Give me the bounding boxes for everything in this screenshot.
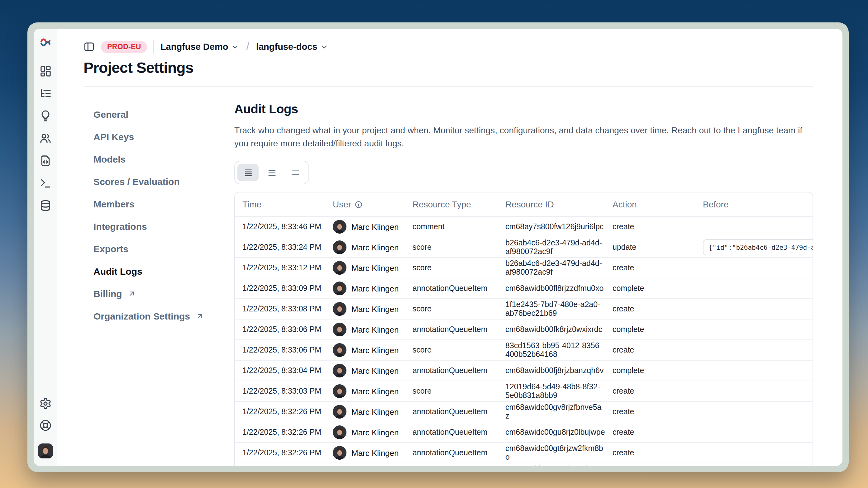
settings-nav-item-api-keys[interactable]: API Keys [93, 125, 219, 148]
icon-rail [34, 29, 57, 466]
settings-nav-item-billing[interactable]: Billing [93, 282, 219, 304]
cell-resource-id: cm68awidb00fk8rjz0wxixrdc [498, 324, 605, 335]
cell-user: Marc Klingen [325, 405, 405, 419]
rail-bottom-slot [39, 397, 52, 432]
cell-user: Marc Klingen [325, 261, 405, 275]
table-row: 1/22/2025, 8:33:24 PMMarc Klingenscoreb2… [235, 237, 812, 257]
tracing-icon[interactable] [39, 87, 52, 100]
sidebar-toggle-icon[interactable] [84, 41, 95, 52]
terminal-icon[interactable] [39, 177, 52, 189]
table-row: 1/22/2025, 8:33:03 PMMarc Klingenscore12… [235, 381, 812, 401]
cell-resource-id: b26ab4c6-d2e3-479d-ad4d-af980072ac9f [498, 258, 605, 278]
user-avatar [333, 220, 346, 234]
cell-resource-type: annotationQueueItem [405, 366, 498, 375]
prompts-icon[interactable] [39, 109, 52, 122]
nav-item-label: Exports [93, 243, 128, 254]
content-area: PROD-EU Langfuse Demo / langfuse-docs Pr… [57, 29, 842, 466]
cell-resource-type: annotationQueueItem [405, 325, 498, 334]
cell-action: create [605, 387, 695, 395]
settings-nav: GeneralAPI KeysModelsScores / Evaluation… [84, 87, 234, 466]
playground-icon[interactable] [39, 155, 52, 167]
cell-resource-type: score [405, 243, 498, 252]
cell-time: 1/22/2025, 8:33:04 PM [235, 366, 325, 375]
user-avatar [333, 240, 346, 254]
cell-time: 1/22/2025, 8:32:26 PM [235, 449, 325, 457]
settings-nav-item-integrations[interactable]: Integrations [93, 215, 219, 237]
dashboard-icon[interactable] [39, 65, 52, 77]
user-avatar [333, 323, 346, 336]
cell-resource-type: comment [405, 222, 498, 231]
breadcrumb: PROD-EU Langfuse Demo / langfuse-docs [84, 39, 813, 55]
user-avatar [333, 446, 346, 460]
datasets-icon[interactable] [39, 199, 52, 212]
table-row: 1/22/2025, 8:33:46 PMMarc Klingencomment… [235, 216, 812, 237]
user-name: Marc Klingen [351, 407, 399, 416]
cell-time: 1/22/2025, 8:32:26 PM [235, 408, 325, 416]
user-avatar[interactable] [38, 444, 53, 458]
column-header-before: Before [695, 199, 812, 209]
project-switcher[interactable]: langfuse-docs [256, 42, 329, 52]
info-icon[interactable] [354, 200, 362, 208]
table-row: 1/22/2025, 8:32:26 PMMarc Klingenannotat… [235, 463, 812, 466]
cell-action: create [605, 428, 695, 436]
cell-user: Marc Klingen [325, 384, 405, 398]
org-switcher[interactable]: Langfuse Demo [160, 42, 240, 52]
app-window: PROD-EU Langfuse Demo / langfuse-docs Pr… [27, 23, 849, 472]
langfuse-logo[interactable] [39, 36, 52, 48]
settings-gear-icon[interactable] [39, 397, 52, 410]
nav-item-label: Scores / Evaluation [93, 176, 180, 187]
cell-resource-type: score [405, 387, 498, 395]
user-avatar [333, 261, 346, 275]
user-name: Marc Klingen [351, 263, 399, 272]
rail-bottom-icons [38, 397, 53, 458]
nav-item-label: Integrations [93, 221, 147, 231]
cell-resource-id: b26ab4c6-d2e3-479d-ad4d-af980072ac9f [498, 237, 605, 257]
table-row: 1/22/2025, 8:33:04 PMMarc Klingenannotat… [235, 360, 812, 381]
cell-action: update [605, 243, 695, 252]
user-name: Marc Klingen [351, 448, 399, 457]
settings-nav-item-exports[interactable]: Exports [93, 237, 219, 260]
nav-item-label: API Keys [93, 131, 134, 142]
settings-nav-item-general[interactable]: General [93, 103, 219, 125]
cell-resource-id: cm68awidb00fl8rjzzdfmu0xo [498, 283, 605, 294]
cell-resource-id: cm68awidb00fj8rjzbanzqh6v [498, 365, 605, 376]
cell-user: Marc Klingen [325, 302, 405, 316]
user-avatar [333, 364, 346, 378]
cell-time: 1/22/2025, 8:33:06 PM [235, 325, 325, 334]
table-row: 1/22/2025, 8:32:26 PMMarc Klingenannotat… [235, 401, 812, 422]
audit-logs-section: Audit Logs Track who changed what in you… [234, 87, 813, 466]
user-name: Marc Klingen [351, 428, 399, 437]
cell-user: Marc Klingen [325, 323, 405, 336]
cell-resource-type: score [405, 304, 498, 313]
settings-nav-item-models[interactable]: Models [93, 148, 219, 170]
langfuse-app: PROD-EU Langfuse Demo / langfuse-docs Pr… [34, 29, 842, 466]
user-name: Marc Klingen [351, 304, 399, 314]
cell-resource-type: annotationQueueItem [405, 428, 498, 436]
density-option-rows-2[interactable] [285, 164, 306, 181]
cell-user: Marc Klingen [325, 364, 405, 378]
density-option-rows-3[interactable] [261, 164, 282, 181]
users-icon[interactable] [39, 132, 52, 144]
column-header-label: User [333, 199, 351, 209]
column-header-time: Time [235, 199, 325, 209]
density-option-rows-4[interactable] [238, 164, 258, 181]
cell-resource-type: annotationQueueItem [405, 449, 498, 457]
user-avatar [333, 302, 346, 316]
user-name: Marc Klingen [351, 222, 399, 231]
nav-item-label: Organization Settings [93, 311, 190, 321]
cell-action: create [605, 263, 695, 272]
settings-nav-item-audit-logs[interactable]: Audit Logs [93, 260, 219, 282]
settings-nav-item-members[interactable]: Members [93, 192, 219, 215]
column-header-resource-id: Resource ID [498, 199, 605, 210]
nav-item-label: Billing [93, 288, 122, 299]
env-badge: PROD-EU [101, 41, 147, 53]
nav-item-label: Models [93, 154, 126, 164]
before-json-preview[interactable]: {"id":"b26ab4c6-d2e3-479d-a [703, 239, 812, 255]
support-icon[interactable] [39, 419, 52, 432]
settings-nav-item-scores-evaluation[interactable]: Scores / Evaluation [93, 170, 219, 192]
settings-nav-item-organization-settings[interactable]: Organization Settings [93, 304, 219, 327]
cell-action: complete [605, 284, 695, 293]
cell-resource-id: cm68ay7s800fw126j9uri6lpc [498, 221, 605, 232]
breadcrumb-separator: / [246, 40, 250, 53]
table-row: 1/22/2025, 8:33:09 PMMarc Klingenannotat… [235, 278, 812, 298]
